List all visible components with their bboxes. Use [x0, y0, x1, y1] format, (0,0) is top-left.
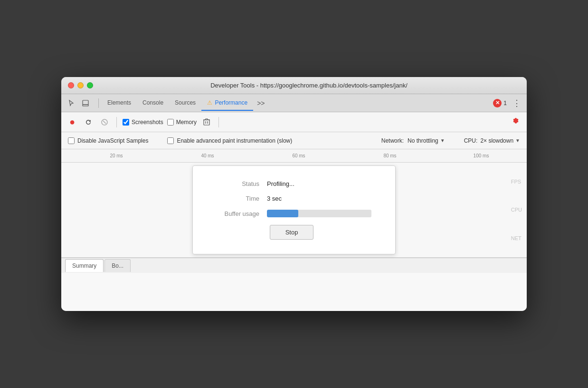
traffic-lights: [68, 82, 93, 88]
memory-checkbox[interactable]: [167, 119, 174, 126]
ruler-100ms: 100 ms: [436, 153, 527, 158]
toolbar-divider-1: [116, 117, 117, 127]
error-icon: ✕: [493, 99, 502, 107]
memory-checkbox-label[interactable]: Memory: [167, 119, 197, 126]
warning-icon: ⚠: [207, 99, 212, 106]
time-label: Time: [212, 195, 259, 202]
svg-rect-0: [83, 100, 88, 105]
advanced-paint-checkbox[interactable]: [167, 137, 174, 144]
menu-button[interactable]: ⋮: [511, 98, 523, 108]
tab-summary[interactable]: Summary: [65, 259, 104, 272]
delete-button[interactable]: [200, 116, 213, 128]
timeline-area: FPS CPU NET Status Profiling... Time 3 s…: [61, 163, 527, 258]
svg-rect-4: [204, 120, 209, 125]
buffer-label: Buffer usage: [212, 210, 259, 217]
status-label: Status: [212, 180, 259, 187]
cpu-value: 2× slowdown: [480, 137, 513, 144]
network-section: Network: No throttling ▼: [381, 137, 445, 144]
bottom-content: [61, 273, 527, 311]
tab-bar-right: ✕ 1 ⋮: [493, 98, 523, 108]
advanced-paint-option[interactable]: Enable advanced paint instrumentation (s…: [167, 137, 292, 144]
record-button[interactable]: ●: [66, 116, 78, 128]
clear-button[interactable]: [98, 116, 111, 128]
tab-bottom-up[interactable]: Bo...: [104, 259, 131, 272]
svg-rect-1: [83, 105, 88, 106]
options-row: Disable JavaScript Samples Enable advanc…: [61, 132, 527, 149]
cpu-dropdown-icon: ▼: [515, 138, 520, 143]
svg-line-3: [103, 121, 106, 124]
timeline-ruler: 20 ms 40 ms 60 ms 80 ms 100 ms: [61, 149, 527, 163]
cpu-section: CPU: 2× slowdown ▼: [464, 137, 520, 144]
time-value: 3 sec: [267, 195, 282, 202]
profiling-dialog: Status Profiling... Time 3 sec Buffer us…: [192, 165, 396, 254]
buffer-fill: [267, 210, 298, 217]
cursor-icon[interactable]: [65, 97, 77, 109]
toolbar: ● Screenshots Memory: [61, 112, 527, 132]
tab-bar: Elements Console Sources ⚠ Performance >…: [61, 94, 527, 112]
bottom-tabs: Summary Bo...: [61, 258, 527, 273]
cpu-label: CPU:: [464, 137, 478, 144]
tab-bar-left: [65, 97, 92, 109]
tab-divider-left: [98, 98, 99, 108]
tab-performance[interactable]: ⚠ Performance: [201, 96, 253, 111]
minimize-button[interactable]: [77, 82, 84, 88]
dialog-overlay: Status Profiling... Time 3 sec Buffer us…: [61, 163, 527, 257]
maximize-button[interactable]: [87, 82, 93, 88]
ruler-20ms: 20 ms: [71, 153, 162, 158]
disable-js-samples-checkbox[interactable]: [68, 137, 75, 144]
stop-button-row: Stop: [212, 225, 371, 240]
network-select[interactable]: No throttling ▼: [408, 137, 445, 144]
network-dropdown-icon: ▼: [440, 138, 445, 143]
tab-sources[interactable]: Sources: [169, 96, 201, 111]
window-title: Developer Tools - https://googlechrome.g…: [98, 82, 520, 89]
buffer-row: Buffer usage: [212, 210, 371, 217]
time-row: Time 3 sec: [212, 195, 371, 202]
ruler-80ms: 80 ms: [344, 153, 436, 158]
cpu-select[interactable]: 2× slowdown ▼: [480, 137, 520, 144]
network-label: Network:: [381, 137, 404, 144]
devtools-window: Developer Tools - https://googlechrome.g…: [61, 77, 527, 311]
stop-button[interactable]: Stop: [270, 225, 314, 240]
reload-button[interactable]: [82, 116, 95, 128]
ruler-40ms: 40 ms: [162, 153, 253, 158]
tab-more[interactable]: >>: [253, 97, 268, 110]
disable-js-samples-option[interactable]: Disable JavaScript Samples: [68, 137, 148, 144]
status-row: Status Profiling...: [212, 180, 371, 187]
screenshots-checkbox-label[interactable]: Screenshots: [123, 119, 163, 126]
buffer-progress: [267, 210, 371, 217]
network-value: No throttling: [408, 137, 438, 144]
status-value: Profiling...: [267, 180, 294, 187]
tab-console[interactable]: Console: [137, 96, 169, 111]
toolbar-divider-2: [218, 117, 219, 127]
close-button[interactable]: [68, 82, 74, 88]
error-badge[interactable]: ✕ 1: [493, 99, 507, 107]
tab-elements[interactable]: Elements: [102, 96, 137, 111]
title-bar: Developer Tools - https://googlechrome.g…: [61, 77, 527, 94]
screenshots-checkbox[interactable]: [123, 119, 129, 126]
dock-icon[interactable]: [79, 97, 92, 109]
ruler-60ms: 60 ms: [253, 153, 344, 158]
settings-button[interactable]: [510, 116, 522, 128]
ruler-labels: 20 ms 40 ms 60 ms 80 ms 100 ms: [66, 153, 527, 158]
error-count: 1: [503, 100, 507, 107]
